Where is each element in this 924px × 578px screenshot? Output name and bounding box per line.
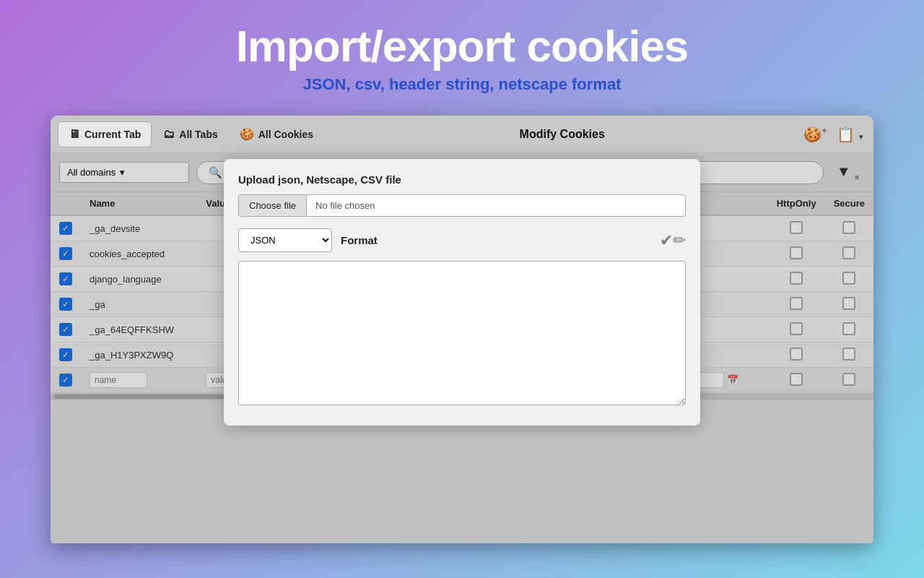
page-subtitle: JSON, csv, header string, netscape forma… (14, 75, 910, 94)
format-actions: ✔✏ (660, 231, 686, 250)
tab-all-tabs-label: All Tabs (179, 129, 217, 140)
add-cookie-icon: 🍪 (803, 126, 821, 142)
content-area: All domains ▾ 🔍 Search cookies ▼ ≡ Name … (51, 153, 873, 543)
file-name-display: No file chosen (306, 194, 686, 217)
modal-overlay: Upload json, Netscape, CSV file Choose f… (51, 153, 873, 543)
toolbar-icons: 🍪+ 📋 ▾ (801, 123, 866, 146)
current-tab-icon: 🖥 (69, 128, 80, 141)
format-select[interactable]: JSON CSV Netscape Header String (238, 228, 332, 252)
file-upload-row: Choose file No file chosen (238, 194, 686, 217)
export-button[interactable]: 📋 ▾ (834, 123, 866, 146)
choose-file-button[interactable]: Choose file (238, 194, 306, 217)
page-title: Import/export cookies (14, 22, 910, 71)
extension-window: 🖥 Current Tab 🗂 All Tabs 🍪 All Cookies M… (51, 116, 873, 543)
tab-all-tabs[interactable]: 🗂 All Tabs (153, 122, 227, 147)
modal-title: Upload json, Netscape, CSV file (238, 173, 686, 186)
cookie-text-input[interactable] (238, 261, 686, 405)
export-icon: 📋 (837, 126, 855, 142)
add-cookie-button[interactable]: 🍪+ (801, 123, 829, 146)
tab-current[interactable]: 🖥 Current Tab (58, 121, 152, 147)
toolbar: 🖥 Current Tab 🗂 All Tabs 🍪 All Cookies M… (51, 116, 873, 153)
tab-all-cookies[interactable]: 🍪 All Cookies (230, 121, 323, 147)
all-cookies-icon: 🍪 (240, 127, 254, 141)
checkmark-icon[interactable]: ✔✏ (660, 231, 686, 250)
format-label: Format (341, 234, 378, 246)
format-row: JSON CSV Netscape Header String Format ✔… (238, 228, 686, 252)
tab-all-cookies-label: All Cookies (258, 129, 313, 140)
toolbar-center-label: Modify Cookies (325, 128, 799, 141)
tab-current-label: Current Tab (84, 129, 141, 140)
page-header: Import/export cookies JSON, csv, header … (0, 0, 924, 108)
all-tabs-icon: 🗂 (163, 128, 175, 141)
import-modal: Upload json, Netscape, CSV file Choose f… (224, 159, 700, 426)
